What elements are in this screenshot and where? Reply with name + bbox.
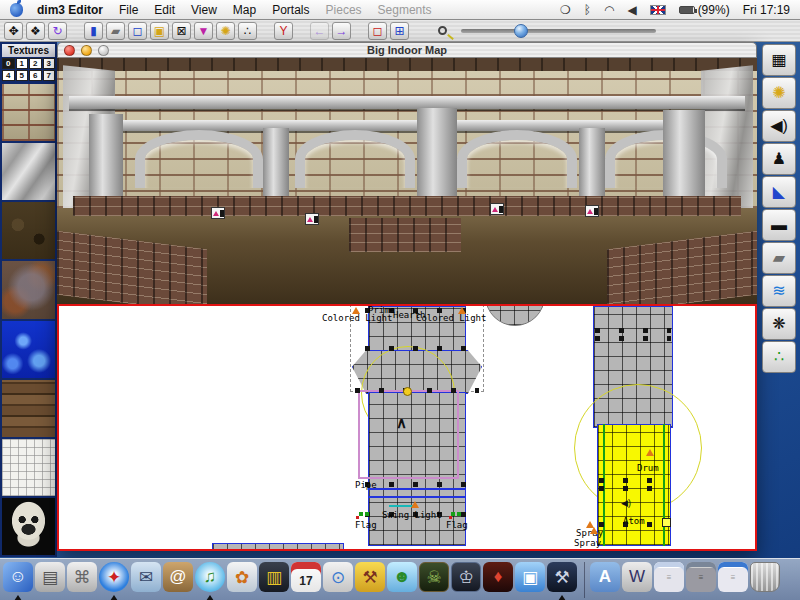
portal-outline[interactable]	[358, 390, 459, 479]
texture-page-2[interactable]: 2	[29, 58, 42, 69]
texture-rust-metal[interactable]	[2, 259, 55, 318]
dock-word-document[interactable]: W	[622, 562, 652, 592]
apple-menu-icon[interactable]	[10, 3, 23, 17]
ceiling-mode-button[interactable]: ◻	[128, 22, 147, 40]
segment-disc[interactable]	[485, 304, 545, 326]
rotate-tool[interactable]: ↻	[48, 22, 67, 40]
platform-tool[interactable]: ▬	[762, 209, 796, 241]
mesh-mode-button[interactable]: ⊠	[172, 22, 191, 40]
dock-minimized-window-3[interactable]: ≡	[718, 562, 748, 592]
select-add-tool[interactable]: ⊞	[390, 22, 409, 40]
dock-minimized-window-1[interactable]: ≡	[654, 562, 684, 592]
dock-diablo[interactable]: ♦	[483, 562, 513, 592]
menu-map[interactable]: Map	[233, 3, 256, 17]
vertex-tool[interactable]: ❖	[26, 22, 45, 40]
airport-icon[interactable]: ◠	[604, 3, 614, 17]
chat-status-icon[interactable]: ❍	[560, 3, 571, 17]
dock-quicktime[interactable]: ⊙	[323, 562, 353, 592]
texture-page-4[interactable]: 4	[2, 70, 15, 81]
forward-button[interactable]: →	[332, 22, 351, 40]
menu-file[interactable]: File	[119, 3, 138, 17]
segment-shape-selected[interactable]	[597, 424, 671, 546]
stairs-tool[interactable]: ▰	[762, 242, 796, 274]
menu-app-title[interactable]: dim3 Editor	[37, 3, 103, 17]
segment-grid-tool[interactable]: ▦	[762, 44, 796, 76]
node-path-tool[interactable]: ∴	[762, 341, 796, 373]
split-tool[interactable]: Y	[274, 22, 293, 40]
dock-imovie[interactable]: ▥	[259, 562, 289, 592]
segment-shape[interactable]	[212, 543, 344, 551]
dock-printer[interactable]: ▤	[35, 562, 65, 592]
spot-monster-tool[interactable]: ♟	[762, 143, 796, 175]
dock-mail[interactable]: ✉	[131, 562, 161, 592]
window-title-bar[interactable]: Big Indoor Map	[57, 42, 757, 58]
menu-pieces[interactable]: Pieces	[326, 3, 362, 17]
texture-page-3[interactable]: 3	[43, 58, 56, 69]
dock-toolbox[interactable]: ⚒	[355, 562, 385, 592]
dock-dim3-editor[interactable]: ⚒	[547, 562, 577, 592]
texture-dirt-ground[interactable]	[2, 200, 55, 259]
dock-warcraft3-tft[interactable]: ♔	[451, 562, 481, 592]
light-marker[interactable]	[458, 307, 466, 314]
volume-icon[interactable]: ◀	[627, 3, 636, 17]
keyboard-flag-icon[interactable]	[650, 5, 666, 15]
map-3d-view[interactable]	[57, 58, 757, 304]
move-tool[interactable]: ✥	[4, 22, 23, 40]
light-marker[interactable]	[352, 307, 360, 314]
dock-warcraft3[interactable]: ☠	[419, 562, 449, 592]
dock-trash[interactable]	[750, 562, 780, 592]
map-2d-view[interactable]: ∧	[57, 304, 757, 551]
menu-segments[interactable]: Segments	[378, 3, 432, 17]
mesh-tool[interactable]: ❋	[762, 308, 796, 340]
spot-marker[interactable]	[305, 213, 319, 225]
dock-system-prefs[interactable]: ⌘	[67, 562, 97, 592]
texture-wood-planks[interactable]	[2, 378, 55, 437]
texture-page-7[interactable]: 7	[43, 70, 56, 81]
texture-stone-brick[interactable]	[2, 82, 55, 141]
zoom-slider[interactable]	[461, 29, 656, 33]
dock-finder[interactable]: ☺	[3, 562, 33, 592]
zoom-slider-knob[interactable]	[514, 24, 528, 38]
portal-tool[interactable]: ◣	[762, 176, 796, 208]
dock-ichat[interactable]: ▣	[515, 562, 545, 592]
texture-white-tile[interactable]	[2, 437, 55, 496]
texture-blue-water[interactable]	[2, 319, 55, 378]
sound-tool[interactable]: ◀)	[762, 110, 796, 142]
triangle-mode-button[interactable]: ▼	[194, 22, 213, 40]
menu-portals[interactable]: Portals	[272, 3, 309, 17]
light-marker[interactable]	[590, 527, 598, 534]
spot-marker[interactable]	[490, 203, 504, 215]
dock-ical[interactable]: 17	[291, 562, 321, 592]
light-marker[interactable]	[646, 449, 654, 456]
menu-edit[interactable]: Edit	[154, 3, 175, 17]
menu-view[interactable]: View	[191, 3, 217, 17]
light-tool[interactable]: ✺	[762, 77, 796, 109]
texture-grey-marble[interactable]	[2, 141, 55, 200]
dock-applications-folder[interactable]: A	[590, 562, 620, 592]
dock-minimized-window-2[interactable]: ≡	[686, 562, 716, 592]
battery-indicator[interactable]: (99%)	[679, 3, 730, 17]
texture-page-5[interactable]: 5	[16, 70, 29, 81]
menu-clock[interactable]: Fri 17:19	[743, 3, 790, 17]
dock-safari[interactable]: ✦	[99, 562, 129, 592]
texture-skull[interactable]	[2, 496, 55, 555]
floor-mode-button[interactable]: ▰	[106, 22, 125, 40]
dock-iphoto[interactable]: ✿	[227, 562, 257, 592]
texture-page-1[interactable]: 1	[16, 58, 29, 69]
dock-address-book[interactable]: @	[163, 562, 193, 592]
path-mode-button[interactable]: ∴	[238, 22, 257, 40]
light-point[interactable]	[403, 387, 412, 396]
back-button[interactable]: ←	[310, 22, 329, 40]
handle-box[interactable]	[662, 518, 671, 527]
liquid-tool[interactable]: ≋	[762, 275, 796, 307]
dock-itunes[interactable]: ♫	[195, 562, 225, 592]
spot-marker[interactable]	[211, 207, 225, 219]
liquid-mode-button[interactable]: ▣	[150, 22, 169, 40]
spot-marker[interactable]	[585, 205, 599, 217]
texture-page-6[interactable]: 6	[29, 70, 42, 81]
light-mode-button[interactable]: ✺	[216, 22, 235, 40]
select-rect-tool[interactable]: ◻	[368, 22, 387, 40]
player-start-arrow[interactable]: ∧	[396, 414, 407, 432]
light-marker[interactable]	[411, 501, 419, 508]
bluetooth-icon[interactable]: ᛒ	[584, 3, 591, 17]
